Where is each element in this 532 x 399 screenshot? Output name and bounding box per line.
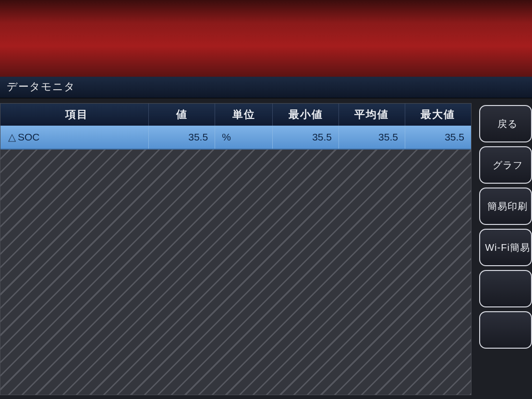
simple-print-button[interactable]: 簡易印刷 [479, 188, 532, 225]
cell-max: 35.5 [405, 126, 471, 149]
triangle-icon: △ [8, 131, 16, 143]
screen: データモニタ 項目 値 単位 最小値 平均値 最大値 [0, 77, 532, 399]
header-max: 最大値 [405, 104, 471, 126]
side-button-panel: 戻る グラフ 簡易印刷 Wi-Fi簡易 [474, 98, 532, 399]
header-min: 最小値 [273, 104, 339, 126]
graph-button[interactable]: グラフ [479, 146, 532, 184]
data-table-pane: 項目 値 単位 最小値 平均値 最大値 △SOC [0, 103, 472, 395]
cell-item: △SOC [0, 126, 149, 149]
page-title: データモニタ [0, 77, 532, 98]
table-row[interactable]: △SOC 35.5 % 35.5 35.5 35.5 [0, 126, 471, 149]
side-button-empty[interactable] [479, 311, 532, 349]
cell-avg: 35.5 [339, 126, 405, 149]
side-button-empty[interactable] [479, 270, 532, 307]
header-unit: 単位 [215, 104, 273, 126]
device-bezel [0, 0, 532, 79]
header-avg: 平均値 [339, 104, 405, 126]
data-table: 項目 値 単位 最小値 平均値 最大値 △SOC [0, 104, 471, 150]
table-header-row: 項目 値 単位 最小値 平均値 最大値 [0, 104, 471, 126]
cell-value: 35.5 [149, 126, 215, 149]
header-value: 値 [149, 104, 215, 126]
back-button[interactable]: 戻る [479, 105, 532, 142]
wifi-simple-button[interactable]: Wi-Fi簡易 [479, 229, 532, 266]
cell-item-label: SOC [18, 131, 40, 142]
cell-min: 35.5 [273, 126, 339, 149]
header-item: 項目 [0, 104, 149, 126]
cell-unit: % [215, 126, 273, 149]
